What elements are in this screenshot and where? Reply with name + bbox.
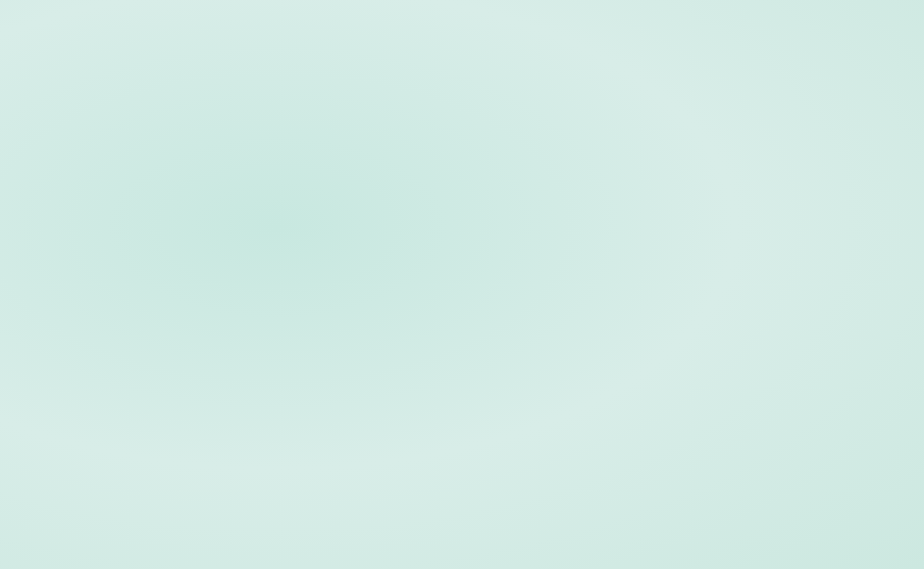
org-chart <box>0 0 924 569</box>
connector-lines <box>0 0 924 569</box>
